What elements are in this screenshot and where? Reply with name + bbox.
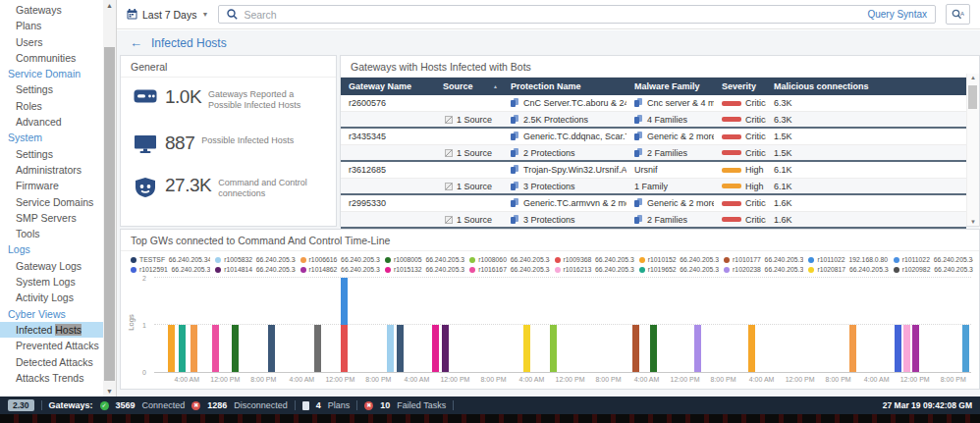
- protection-name-cell: Trojan-Spy.Win32.Ursnif.A & 2 more: [503, 162, 626, 178]
- search-icon: [227, 9, 238, 20]
- column-malware-family[interactable]: Malware Family: [626, 81, 714, 91]
- scroll-down-icon[interactable]: ▼: [106, 386, 113, 397]
- query-syntax-link[interactable]: Query Syntax: [867, 9, 927, 20]
- legend-item[interactable]: r1012591_66.240.205.34: [131, 266, 210, 273]
- source-cell: [435, 129, 503, 144]
- sidebar-section-cyber-views: Cyber Views: [0, 306, 103, 322]
- legend-dot-icon: [469, 267, 475, 273]
- sidebar-item-advanced[interactable]: Advanced: [0, 114, 103, 130]
- malware-text: Ursnif: [634, 165, 658, 175]
- protection-text: CnC Server.TC.aboru & 2477 more: [523, 98, 626, 108]
- scroll-up-icon[interactable]: ▲: [106, 0, 113, 11]
- column-source[interactable]: Source: [435, 81, 503, 91]
- legend-item[interactable]: r1008005_66.240.205.34: [385, 256, 464, 263]
- table-header[interactable]: Gateway Name Source Protection Name Malw…: [341, 78, 966, 95]
- x-axis-label: 12:00 PM: [900, 376, 930, 383]
- table-row[interactable]: 1 Source2 Protections2 FamiliesCritical1…: [341, 145, 966, 162]
- source-text: 1 Source: [457, 215, 492, 225]
- stat-possible-infected-hosts: 887Possible Infected Hosts: [133, 132, 328, 154]
- version-badge[interactable]: 2.30: [8, 399, 34, 411]
- disconnected-count[interactable]: 1286: [207, 400, 227, 410]
- legend-item[interactable]: r1015132_66.240.205.34: [385, 266, 464, 273]
- chart-bar: [268, 325, 275, 372]
- sidebar-item-system-logs[interactable]: System Logs: [0, 274, 103, 290]
- malware-text: 2 Families: [647, 148, 687, 158]
- sidebar-item-settings[interactable]: Settings: [0, 81, 103, 97]
- chart-bar: [694, 325, 701, 372]
- legend-item[interactable]: r1011022_66.240.205.34: [894, 256, 973, 263]
- table-scrollbar-thumb[interactable]: [968, 85, 977, 109]
- protection-name-cell: 3 Protections: [503, 179, 626, 193]
- table-row[interactable]: r3612685Trojan-Spy.Win32.Ursnif.A & 2 mo…: [341, 162, 966, 179]
- table-row[interactable]: r3435345Generic.TC.ddqnac, Scar.TC.ahkGe…: [341, 129, 966, 145]
- legend-item[interactable]: r1010177_66.240.205.34: [724, 256, 803, 263]
- legend-item[interactable]: r1010152_66.240.205.34: [639, 256, 719, 263]
- table-scroll-up-icon[interactable]: ▲: [970, 74, 976, 81]
- sidebar-item-tools[interactable]: Tools: [0, 226, 103, 241]
- table-row[interactable]: r2600576CnC Server.TC.aboru & 2477 moreC…: [341, 95, 966, 112]
- search-options-button[interactable]: A: [946, 4, 970, 25]
- legend-item[interactable]: r1011022_192.168.0.80: [808, 256, 888, 263]
- plans-count[interactable]: 4: [316, 400, 321, 410]
- malicious-connections-cell: 6.1K: [766, 179, 966, 193]
- legend-item[interactable]: r1019652_66.240.205.34: [639, 266, 719, 273]
- table-row[interactable]: 1 Source3 Protections1 FamilyHigh6.1K: [341, 179, 966, 195]
- time-range-dropdown[interactable]: Last 7 Days ▼: [127, 9, 208, 21]
- sidebar-item-service-domains[interactable]: Service Domains: [0, 194, 103, 210]
- legend-item[interactable]: r1009368_66.240.205.34: [555, 256, 634, 263]
- sidebar-item-smp-servers[interactable]: SMP Servers: [0, 210, 103, 226]
- table-scroll-down-icon[interactable]: ▼: [970, 218, 976, 226]
- search-input[interactable]: Search Query Syntax: [218, 5, 936, 24]
- legend-item[interactable]: r1020238_66.240.205.34: [724, 266, 803, 273]
- sidebar-item-detected-attacks[interactable]: Detected Attacks: [0, 354, 103, 370]
- back-arrow-icon[interactable]: ←: [130, 36, 142, 49]
- sidebar-item-communities[interactable]: Communities: [0, 50, 103, 66]
- protection-name-cell: 3 Protections: [503, 212, 626, 227]
- legend-item[interactable]: r1005832_66.240.205.34: [215, 256, 295, 263]
- table-row[interactable]: 1 Source2.5K Protections4 FamiliesCritic…: [341, 112, 966, 129]
- sidebar-item-attacks-trends[interactable]: Attacks Trends: [0, 370, 103, 386]
- legend-item[interactable]: r1016167_66.240.205.34: [469, 266, 549, 273]
- sidebar-item-gateways[interactable]: Gateways: [0, 2, 103, 18]
- chart-bar-segment: [849, 325, 856, 372]
- sidebar-item-users[interactable]: Users: [0, 34, 103, 50]
- legend-item[interactable]: r1006616_66.240.205.34: [300, 256, 380, 263]
- sidebar-item-administrators[interactable]: Administrators: [0, 162, 103, 178]
- legend-item[interactable]: TESTSF_66.240.205.34: [131, 256, 210, 263]
- table-row[interactable]: r2995330Generic.TC.armvvn & 2 moreGeneri…: [341, 195, 966, 212]
- sidebar-item-prevented-attacks[interactable]: Prevented Attacks: [0, 338, 103, 353]
- column-severity[interactable]: Severity: [714, 81, 766, 91]
- column-malicious-connections[interactable]: Malicious connections: [766, 81, 966, 91]
- sidebar-item-activity-logs[interactable]: Activity Logs: [0, 290, 103, 305]
- table-row[interactable]: 1 Source3 Protections2 FamiliesCritical1…: [341, 212, 966, 229]
- legend-item[interactable]: r1016213_66.240.205.34: [555, 266, 634, 273]
- sidebar-scrollbar-thumb[interactable]: [104, 47, 115, 381]
- connected-count[interactable]: 3569: [116, 400, 136, 410]
- legend-item[interactable]: r1014814_66.240.205.34: [215, 266, 295, 273]
- column-protection-name[interactable]: Protection Name: [503, 81, 626, 91]
- sidebar-item-firmware[interactable]: Firmware: [0, 178, 103, 193]
- gateway-name-cell: [341, 212, 435, 227]
- legend-item[interactable]: r1008060_66.240.205.34: [469, 256, 549, 263]
- stat-command-and-control-connection: 27.3KCommand and Control connections: [133, 175, 328, 200]
- legend-item[interactable]: r1020982_66.240.205.34: [894, 266, 973, 273]
- column-gateway-name[interactable]: Gateway Name: [341, 81, 435, 91]
- protection-name-cell: Generic.TC.armvvn & 2 more: [503, 195, 626, 211]
- calendar-icon: [127, 9, 137, 20]
- sidebar-item-settings[interactable]: Settings: [0, 146, 103, 162]
- content-area: ← Infected Hosts General 1.0KGateways Re…: [117, 30, 980, 397]
- sidebar-item-roles[interactable]: Roles: [0, 98, 103, 114]
- connections-text: 6.1K: [774, 182, 792, 191]
- malware-text: 2 Families: [647, 215, 687, 225]
- legend-item[interactable]: r1020817_66.240.205.34: [808, 266, 888, 273]
- sidebar-item-gateway-logs[interactable]: Gateway Logs: [0, 258, 103, 274]
- malware-text: 1 Family: [634, 182, 668, 191]
- sidebar-item-plans[interactable]: Plans: [0, 18, 103, 33]
- source-checkbox-icon: [445, 216, 453, 224]
- chart-bar: [550, 325, 557, 372]
- failed-tasks-count[interactable]: 10: [380, 400, 390, 410]
- chart-bar: [895, 325, 901, 372]
- sidebar-item-infected-hosts[interactable]: Infected Hosts: [0, 322, 103, 338]
- legend-item[interactable]: r1014862_66.240.205.34: [300, 266, 380, 273]
- chart-bar-segment: [387, 325, 394, 372]
